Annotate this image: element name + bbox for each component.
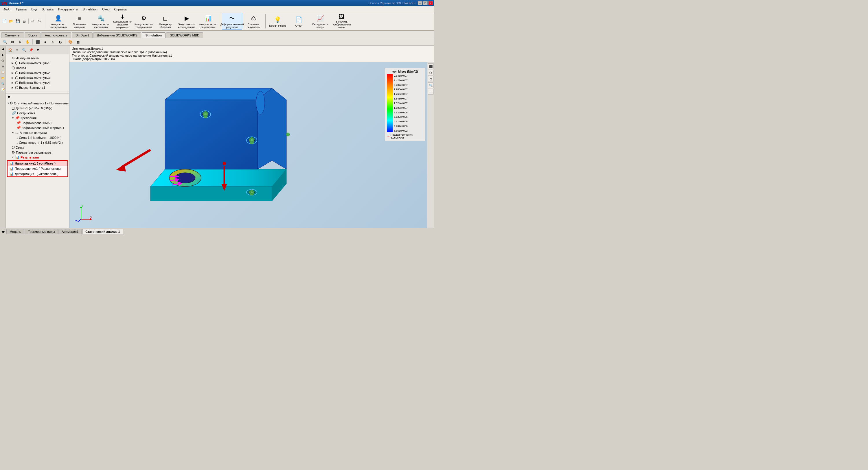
- include-image-button[interactable]: 🖼 Включить изображение в отчет: [332, 13, 352, 30]
- bottom-tab-model[interactable]: Модель: [6, 229, 24, 234]
- menu-insert[interactable]: Вставка: [39, 7, 56, 11]
- tree-fixed-hinge1[interactable]: 📌 Зафиксированный шарнир-1: [6, 125, 69, 130]
- left-strip-btn-4[interactable]: ⊕: [0, 64, 5, 69]
- tree-mesh[interactable]: ⬡ Сетка: [6, 145, 69, 150]
- title-bar: SW Деталь1 * Поиск в Справке по SOLIDWOR…: [0, 0, 434, 6]
- left-strip-btn-6[interactable]: 📂: [0, 75, 5, 81]
- svg-point-25: [222, 162, 226, 165]
- view-front[interactable]: ⬛: [34, 39, 41, 45]
- tree-item-boss4[interactable]: ▶ ⬡ Бобышка-Вытянуть4: [6, 80, 69, 85]
- force1-icon: ↓: [16, 135, 18, 140]
- left-strip-btn-5[interactable]: 📋: [0, 69, 5, 74]
- tree-item-fillet1[interactable]: ⬡ Фаска1: [6, 65, 69, 70]
- tree-item-cut1[interactable]: ▶ ⬡ Вырез-Вытянуть1: [6, 85, 69, 90]
- consultant-research-button[interactable]: 👤 Консультант исследования: [48, 13, 68, 30]
- menu-help[interactable]: Справка: [112, 7, 129, 11]
- grid-button[interactable]: ▦: [75, 39, 81, 45]
- menu-simulation[interactable]: Simulation: [81, 7, 100, 11]
- joints-icon: 🔗: [11, 111, 16, 115]
- deformed-result-button[interactable]: 〜 Деформированный результат: [222, 13, 242, 30]
- bottom-tab-3d-views[interactable]: Трехмерные виды: [25, 229, 58, 234]
- new-button[interactable]: 📄: [1, 18, 7, 24]
- menu-tools[interactable]: Инструменты: [56, 7, 81, 11]
- tree-item-boss3[interactable]: ▶ ⬡ Бобышка-Вытянуть3: [6, 75, 69, 80]
- tree-item-boss2[interactable]: ▶ ⬡ Бобышка-Вытянуть2: [6, 70, 69, 75]
- tree-ext-loads[interactable]: ▼ ↓↓ Внешние нагрузки: [6, 130, 69, 135]
- tab-mbd[interactable]: SOLIDWORKS MBD: [166, 32, 203, 38]
- boss1-label: Бобышка-Вытянуть1: [19, 61, 50, 65]
- menu-file[interactable]: Файл: [1, 7, 13, 11]
- bottom-tab-static-analysis[interactable]: Статический анализ 1: [82, 229, 123, 234]
- tree-result-params[interactable]: ⚙ Параметры результатов: [6, 150, 69, 155]
- arrow-boss3: ▶: [11, 76, 15, 79]
- tab-simulation[interactable]: Simulation: [142, 32, 165, 38]
- tree-force1[interactable]: ↓ Сила-1 (На объект: -1000 N:): [6, 135, 69, 140]
- menu-view[interactable]: Вид: [29, 7, 39, 11]
- consultant-fasteners-button[interactable]: 🔩 Консультант по креплениям: [91, 13, 111, 30]
- design-insight-button[interactable]: 💡 Design Insight: [267, 13, 288, 30]
- undo-button[interactable]: ↩: [30, 18, 36, 24]
- menu-window[interactable]: Окно: [100, 7, 112, 11]
- left-strip-btn-1[interactable]: ◀: [0, 46, 5, 52]
- spure-tools-button[interactable]: 📈 Инструменты эпюры: [310, 13, 331, 30]
- panel-btn-list[interactable]: ≡: [14, 47, 20, 53]
- tab-addins[interactable]: Добавления SOLIDWORKS: [93, 32, 141, 38]
- left-strip-btn-3[interactable]: ⬡: [0, 58, 5, 63]
- pan-button[interactable]: ✋: [24, 39, 31, 45]
- tree-joints[interactable]: 🔗 Соединения: [6, 111, 69, 116]
- tab-analyze[interactable]: Анализировать: [41, 32, 71, 38]
- color-button[interactable]: 🎨: [67, 39, 73, 45]
- tree-item-origin[interactable]: ⊕ Исходная точка: [6, 56, 69, 60]
- right-btn-2[interactable]: ⬡: [428, 70, 434, 75]
- tree-results-header[interactable]: ▼ 📊 Результаты: [6, 155, 69, 160]
- rotate-button[interactable]: ↻: [17, 39, 23, 45]
- save-button[interactable]: 💾: [14, 18, 21, 24]
- panel-btn-home[interactable]: 🏠: [7, 47, 13, 53]
- print-button[interactable]: 🖨: [21, 18, 28, 24]
- left-strip-btn-2[interactable]: ▶: [0, 52, 5, 57]
- tree-item-boss1[interactable]: ▶ ⬡ Бобышка-Вытянуть1: [6, 60, 69, 65]
- result-stress1[interactable]: 📊 Напряжение1 (-vonMises-): [7, 161, 67, 166]
- menu-edit[interactable]: Правка: [13, 7, 29, 11]
- arrow-fasteners: ▼: [11, 117, 15, 120]
- report-button[interactable]: 📄 Отчет: [289, 13, 309, 30]
- maximize-button[interactable]: □: [423, 1, 428, 5]
- result-displacement1[interactable]: 📊 Перемещение1 (-Расположени: [7, 166, 67, 171]
- bottom-tab-animation1[interactable]: Анимация1: [58, 229, 82, 234]
- right-btn-4[interactable]: 🔍: [428, 83, 434, 88]
- run-research-button[interactable]: ▶ Запустить это исследование: [177, 13, 197, 30]
- open-button[interactable]: 📂: [8, 18, 14, 24]
- panel-btn-search[interactable]: 🔍: [21, 47, 27, 53]
- zoom-fit-button[interactable]: ⊞: [9, 39, 16, 45]
- tree-static-analysis[interactable]: ▼ ⚙ Статический анализ 1 (-По умолчанию-…: [6, 101, 69, 105]
- minimize-button[interactable]: ─: [418, 1, 423, 5]
- manager-shell-button[interactable]: ◻ Менеджер оболочки: [155, 13, 175, 30]
- apply-material-button[interactable]: ≡ Применить материал: [69, 13, 90, 30]
- consultant-joints-button[interactable]: ⚙ Консультант по соединениям: [134, 13, 154, 30]
- view-wire[interactable]: ○: [50, 39, 56, 45]
- tree-fasteners[interactable]: ▼ 📌 Крепления: [6, 116, 69, 120]
- panel-btn-pin[interactable]: 📌: [28, 47, 34, 53]
- right-btn-1[interactable]: ⬛: [428, 63, 434, 69]
- redo-button[interactable]: ↪: [36, 18, 42, 24]
- close-button[interactable]: ✕: [428, 1, 433, 5]
- tree-detail1[interactable]: ◻ Деталь1 (-7075-T6 (SN)-): [6, 105, 69, 111]
- tab-dimxpert[interactable]: DimXpert: [72, 32, 93, 38]
- tab-sketch[interactable]: Эскиз: [25, 32, 40, 38]
- result-deformation1[interactable]: 📊 Деформация1 (-Эквивалент-): [7, 171, 67, 177]
- tree-gravity1[interactable]: ↓ Сила тяжести-1 (-9.81 m/s^2:): [6, 140, 69, 145]
- left-strip-btn-7[interactable]: 🔍: [0, 81, 5, 86]
- consultant-loads-button[interactable]: ⬇ Консультант по внешним нагрузкам: [112, 13, 132, 30]
- zoom-button[interactable]: 🔍: [2, 39, 8, 45]
- tree-fixed1[interactable]: 📌 Зафиксированный-1: [6, 120, 69, 125]
- help-search[interactable]: Поиск в Справке по SOLIDWORKS: [369, 2, 415, 5]
- right-btn-5[interactable]: ↔: [428, 89, 434, 95]
- compare-results-button[interactable]: ⚖ Сравнить результаты: [243, 13, 264, 30]
- view-section[interactable]: ◐: [57, 39, 63, 45]
- view-solid[interactable]: ●: [42, 39, 48, 45]
- left-strip-btn-8[interactable]: 📝: [0, 87, 5, 92]
- consultant-results-button[interactable]: 📊 Консультант по результатам: [198, 13, 218, 30]
- right-btn-3[interactable]: ◻: [428, 76, 434, 82]
- panel-btn-filter[interactable]: ▼: [35, 47, 41, 53]
- tab-elements[interactable]: Элементы: [1, 32, 24, 38]
